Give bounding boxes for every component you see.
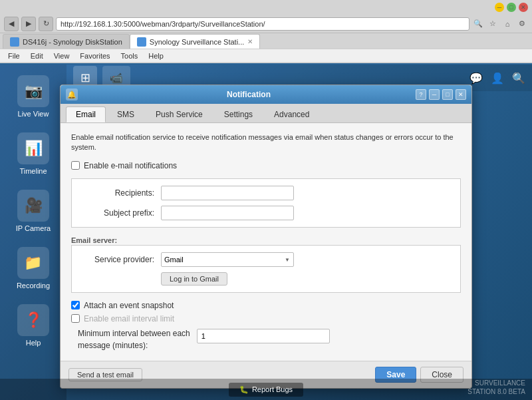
tab1-label: DS416j - Synology DiskStation <box>23 38 122 46</box>
modal-icon: 🔔 <box>66 89 78 100</box>
watermark-line1: SURVEILLANCE <box>467 379 525 387</box>
enable-interval-checkbox[interactable] <box>71 314 80 323</box>
recipients-section: Recipients: Subject prefix: <box>71 178 461 228</box>
modal-content: Enable email notification service to rec… <box>61 123 471 361</box>
modal-description: Enable email notification service to rec… <box>71 132 461 153</box>
tab-email[interactable]: Email <box>66 106 106 122</box>
tab2-icon <box>137 37 146 47</box>
notification-modal: 🔔 Notification ? ─ □ ✕ Email SMS Push Se… <box>60 85 472 389</box>
interval-label-block: Minimum interval between each message (m… <box>78 327 190 351</box>
enable-interval-row: Enable email interval limit <box>71 314 461 323</box>
modal-maximize-button[interactable]: □ <box>442 89 453 100</box>
address-bar[interactable]: http://192.168.1.30:5000/webman/3rdparty… <box>56 17 469 31</box>
refresh-button[interactable]: ↻ <box>39 17 53 31</box>
tab-advanced[interactable]: Advanced <box>264 106 319 122</box>
tab2-label: Synology Surveillance Stati... <box>150 38 244 46</box>
home-icon[interactable]: ⌂ <box>501 18 513 30</box>
search-icon[interactable]: 🔍 <box>472 18 484 30</box>
enable-email-checkbox[interactable] <box>71 161 80 170</box>
login-button-row: Log in to Gmail <box>81 272 451 286</box>
modal-window-buttons: ? ─ □ ✕ <box>416 89 466 100</box>
close-window-button[interactable]: ✕ <box>519 3 528 12</box>
modal-close-button[interactable]: ✕ <box>456 89 466 100</box>
attach-snapshot-label: Attach an event snapshot <box>84 301 174 310</box>
modal-titlebar: 🔔 Notification ? ─ □ ✕ <box>61 85 471 104</box>
subject-prefix-row: Subject prefix: <box>81 206 451 220</box>
email-server-section: Email server: Service provider: Gmail Ya… <box>71 236 461 293</box>
service-provider-wrapper: Gmail Yahoo Outlook Custom <box>161 252 294 267</box>
gear-icon[interactable]: ⚙ <box>516 18 528 30</box>
modal-tabs: Email SMS Push Service Settings Advanced <box>61 104 471 123</box>
menu-file[interactable]: File <box>3 49 25 62</box>
tab-sms[interactable]: SMS <box>107 106 144 122</box>
report-bugs-label: Report Bugs <box>252 385 293 393</box>
bottom-bar: 🐛 Report Bugs SURVEILLANCE STATION 8.0 B… <box>0 379 532 400</box>
menu-favorites[interactable]: Favorites <box>74 49 115 62</box>
browser-tabs: DS416j - Synology DiskStation Synology S… <box>0 33 532 49</box>
email-server-form: Service provider: Gmail Yahoo Outlook Cu… <box>71 245 461 293</box>
bug-icon: 🐛 <box>239 385 249 394</box>
forward-button[interactable]: ▶ <box>21 17 36 31</box>
tab2-close[interactable]: ✕ <box>247 38 253 45</box>
menu-view[interactable]: View <box>49 49 75 62</box>
interval-section: Minimum interval between each message (m… <box>71 327 461 351</box>
browser-tab-1[interactable]: DS416j - Synology DiskStation <box>3 34 130 49</box>
modal-title: Notification <box>82 90 416 99</box>
back-button[interactable]: ◀ <box>4 17 19 31</box>
enable-email-label: Enable e-mail notifications <box>84 161 177 170</box>
modal-minimize-button[interactable]: ─ <box>429 89 440 100</box>
enable-email-row: Enable e-mail notifications <box>71 161 461 170</box>
browser-tab-2[interactable]: Synology Surveillance Stati... ✕ <box>130 34 260 49</box>
enable-interval-label: Enable email interval limit <box>84 314 174 323</box>
recipients-label: Recipients: <box>81 188 161 198</box>
interval-value-input[interactable] <box>197 329 330 343</box>
surveillance-watermark: SURVEILLANCE STATION 8.0 BETA <box>467 379 525 396</box>
maximize-button[interactable]: □ <box>507 3 516 12</box>
watermark-line2: STATION 8.0 BETA <box>467 387 525 396</box>
browser-chrome: ─ □ ✕ ◀ ▶ ↻ http://192.168.1.30:5000/web… <box>0 0 532 63</box>
star-icon[interactable]: ☆ <box>487 18 499 30</box>
tab1-icon <box>10 37 19 47</box>
subject-prefix-label: Subject prefix: <box>81 208 161 218</box>
menu-help[interactable]: Help <box>143 49 169 62</box>
interval-label-line2: message (minutes): <box>78 339 190 351</box>
notification-icon: 🔔 <box>67 91 76 99</box>
service-provider-select[interactable]: Gmail Yahoo Outlook Custom <box>161 252 294 267</box>
interval-label-line1: Minimum interval between each <box>78 327 190 339</box>
address-text: http://192.168.1.30:5000/webman/3rdparty… <box>61 20 265 28</box>
titlebar: ─ □ ✕ <box>0 0 532 15</box>
login-gmail-button[interactable]: Log in to Gmail <box>161 272 227 286</box>
menu-bar: File Edit View Favorites Tools Help <box>0 49 532 63</box>
tab-settings[interactable]: Settings <box>214 106 263 122</box>
report-bugs-button[interactable]: 🐛 Report Bugs <box>229 383 303 397</box>
recipients-row: Recipients: <box>81 186 451 200</box>
recipients-input[interactable] <box>161 186 294 200</box>
service-provider-row: Service provider: Gmail Yahoo Outlook Cu… <box>81 252 451 267</box>
subject-prefix-input[interactable] <box>161 206 294 220</box>
minimize-button[interactable]: ─ <box>495 3 504 12</box>
email-server-label: Email server: <box>71 236 117 244</box>
browser-toolbar: ◀ ▶ ↻ http://192.168.1.30:5000/webman/3r… <box>0 15 532 33</box>
toolbar-icons: 🔍 ☆ ⌂ ⚙ <box>472 18 528 30</box>
attach-snapshot-checkbox[interactable] <box>71 301 80 309</box>
menu-edit[interactable]: Edit <box>25 49 49 62</box>
modal-overlay: 🔔 Notification ? ─ □ ✕ Email SMS Push Se… <box>0 65 532 379</box>
menu-tools[interactable]: Tools <box>116 49 144 62</box>
service-provider-label: Service provider: <box>81 255 161 264</box>
tab-push-service[interactable]: Push Service <box>146 106 213 122</box>
attach-snapshot-row: Attach an event snapshot <box>71 301 461 310</box>
modal-help-button[interactable]: ? <box>416 89 426 100</box>
